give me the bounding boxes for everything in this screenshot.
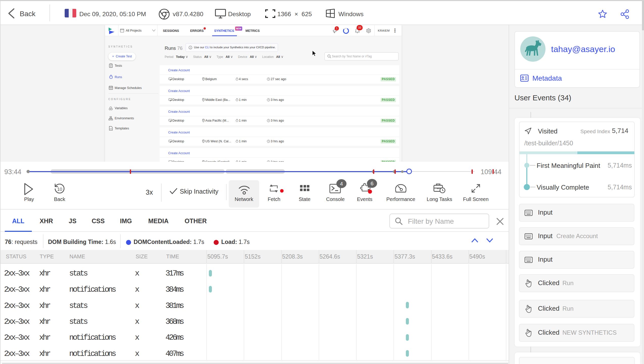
svg-text:10: 10 (57, 187, 62, 192)
